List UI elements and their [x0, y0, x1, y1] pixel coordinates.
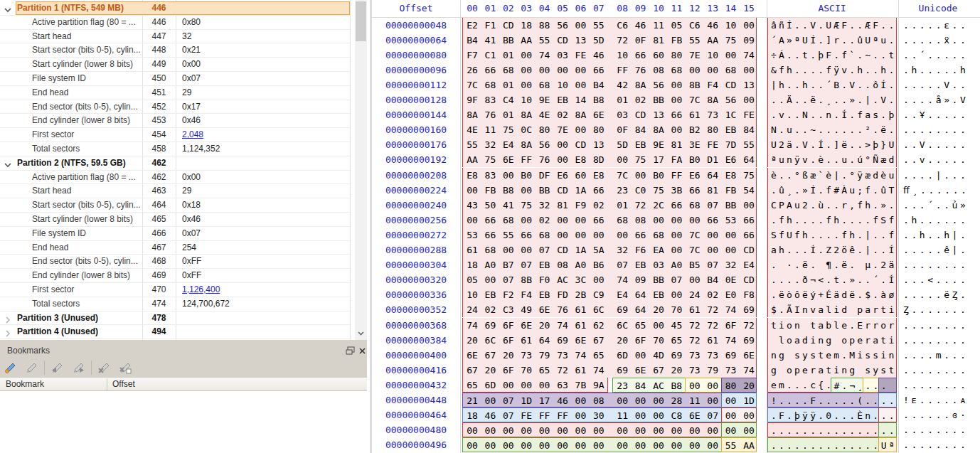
- hex-byte[interactable]: 32: [615, 245, 629, 255]
- hex-byte[interactable]: 68: [483, 245, 497, 255]
- hex-byte[interactable]: 67: [465, 365, 479, 375]
- hex-row[interactable]: 0000000036874696F6E207461626C65004572726…: [372, 318, 980, 333]
- hex-byte[interactable]: 32: [724, 260, 738, 270]
- hex-byte[interactable]: 10: [724, 20, 738, 31]
- hex-byte[interactable]: 7C: [688, 95, 702, 105]
- hex-byte[interactable]: 66: [592, 65, 606, 75]
- hex-byte[interactable]: B0: [519, 170, 533, 181]
- hex-byte[interactable]: 11: [651, 20, 666, 31]
- hex-byte[interactable]: 4E: [538, 110, 552, 120]
- hex-byte[interactable]: 00: [501, 440, 516, 451]
- hex-byte[interactable]: 01: [501, 110, 516, 120]
- hex-byte[interactable]: 00: [483, 395, 497, 406]
- hex-byte[interactable]: 00: [724, 50, 738, 60]
- hex-byte[interactable]: 72: [688, 320, 702, 331]
- hex-byte[interactable]: 4D: [651, 350, 666, 361]
- hex-byte[interactable]: B5: [688, 260, 702, 270]
- hex-byte[interactable]: 00: [519, 215, 533, 225]
- hex-byte[interactable]: 7C: [465, 80, 479, 90]
- hex-byte[interactable]: 10: [519, 95, 533, 105]
- hex-byte[interactable]: EB: [538, 260, 552, 270]
- ascii-text[interactable]: Uª: [881, 440, 897, 451]
- partition-field-row[interactable]: Start head44732: [0, 30, 350, 44]
- hex-byte[interactable]: 67: [483, 350, 497, 361]
- hex-byte[interactable]: EB: [634, 139, 648, 150]
- hex-byte[interactable]: 1A: [573, 245, 587, 255]
- hex-byte[interactable]: 00: [724, 410, 738, 421]
- hex-byte[interactable]: 6F: [501, 335, 516, 346]
- hex-byte[interactable]: 02: [705, 289, 720, 300]
- hex-byte[interactable]: 10: [555, 80, 570, 90]
- ascii-text[interactable]: ....ð¬<.t.»..´.Í: [771, 275, 896, 285]
- hex-byte[interactable]: 13: [592, 139, 606, 150]
- hex-byte[interactable]: EB: [555, 95, 570, 105]
- hex-byte[interactable]: 00: [651, 425, 666, 436]
- hex-byte[interactable]: 6F: [501, 365, 516, 375]
- partition-field-row[interactable]: Start sector (bits 0-5), cylin...4480x21: [0, 43, 350, 58]
- hex-byte[interactable]: 10: [615, 50, 629, 60]
- hex-byte[interactable]: AA: [742, 440, 756, 451]
- unicode-text[interactable]: ........: [903, 260, 968, 270]
- hex-byte[interactable]: 75: [742, 170, 756, 181]
- edit-bookmark-icon[interactable]: [24, 359, 43, 376]
- unicode-text[interactable]: ..V.....: [903, 139, 968, 150]
- hex-byte[interactable]: 00: [592, 230, 606, 240]
- hex-byte[interactable]: 00: [465, 440, 479, 451]
- hex-byte[interactable]: 66: [669, 110, 683, 120]
- partition-tree-row[interactable]: Partition 4 (Unused)494: [0, 325, 350, 339]
- unicode-text[interactable]: .....V..: [903, 80, 968, 90]
- hex-byte[interactable]: 6E: [501, 154, 516, 165]
- hex-byte[interactable]: 00: [651, 410, 666, 421]
- partition-field-row[interactable]: Active partition flag (80 = ...4460x80: [0, 16, 350, 30]
- hex-byte[interactable]: 00: [483, 440, 497, 451]
- unicode-text[interactable]: ....m...: [903, 350, 968, 361]
- hex-byte[interactable]: 73: [555, 350, 570, 361]
- hex-byte[interactable]: 00: [573, 440, 587, 451]
- hex-byte[interactable]: 75: [501, 124, 516, 135]
- hex-byte[interactable]: C1: [483, 50, 497, 60]
- hex-byte[interactable]: 00: [519, 380, 533, 390]
- hex-byte[interactable]: 55: [724, 440, 738, 451]
- hex-byte[interactable]: 01: [615, 95, 629, 105]
- hex-byte[interactable]: 18: [519, 20, 533, 31]
- ascii-text[interactable]: tion table.Error: [771, 320, 896, 331]
- hex-byte[interactable]: 76: [538, 154, 552, 165]
- hex-byte[interactable]: CD: [742, 245, 756, 255]
- ascii-text[interactable]: |h..h..´B.V..ôÍ.: [771, 80, 896, 90]
- hex-byte[interactable]: 55: [465, 139, 479, 150]
- hex-byte[interactable]: 23: [615, 380, 629, 391]
- hex-byte[interactable]: 81: [651, 35, 666, 46]
- previous-bookmark-icon[interactable]: [50, 359, 68, 376]
- partition-field-row[interactable]: End cylinder (lower 8 bits)4530x46: [0, 114, 350, 128]
- hex-byte[interactable]: 72: [615, 35, 629, 46]
- hex-byte[interactable]: 80: [724, 380, 738, 391]
- hex-byte[interactable]: 68: [688, 200, 702, 210]
- hex-byte[interactable]: 09: [742, 35, 756, 46]
- hex-byte[interactable]: 20: [615, 335, 629, 346]
- hex-byte[interactable]: BB: [651, 95, 666, 105]
- hex-byte[interactable]: 88: [538, 20, 552, 31]
- hex-byte[interactable]: 72: [705, 304, 720, 315]
- ascii-text[interactable]: loading operati: [771, 335, 896, 346]
- unicode-text[interactable]: Ȥ.......: [903, 304, 968, 315]
- hex-byte[interactable]: 02: [538, 215, 552, 225]
- hex-byte[interactable]: 00: [651, 440, 666, 451]
- hex-byte[interactable]: FE: [573, 50, 587, 60]
- hex-byte[interactable]: 84: [742, 124, 756, 135]
- hex-byte[interactable]: 7B: [573, 380, 587, 390]
- hex-byte[interactable]: 00: [573, 215, 587, 225]
- partition-field-row[interactable]: First sector4701,126,400: [0, 283, 350, 297]
- hex-byte[interactable]: BB: [724, 200, 738, 210]
- unicode-text[interactable]: ........: [903, 380, 968, 390]
- hex-byte[interactable]: 66: [483, 215, 497, 225]
- hex-byte[interactable]: 60: [573, 170, 587, 181]
- hex-byte[interactable]: 02: [483, 304, 497, 315]
- hex-byte[interactable]: 00: [573, 395, 587, 406]
- hex-byte[interactable]: 6F: [724, 320, 738, 331]
- hex-byte[interactable]: 8A: [634, 80, 648, 90]
- hex-byte[interactable]: 76: [483, 110, 497, 120]
- hex-byte[interactable]: 2B: [573, 289, 587, 300]
- hex-byte[interactable]: 20: [669, 365, 683, 375]
- hex-row[interactable]: 0000000048000000000000000000000000000000…: [372, 422, 980, 437]
- hex-byte[interactable]: 00: [669, 215, 683, 225]
